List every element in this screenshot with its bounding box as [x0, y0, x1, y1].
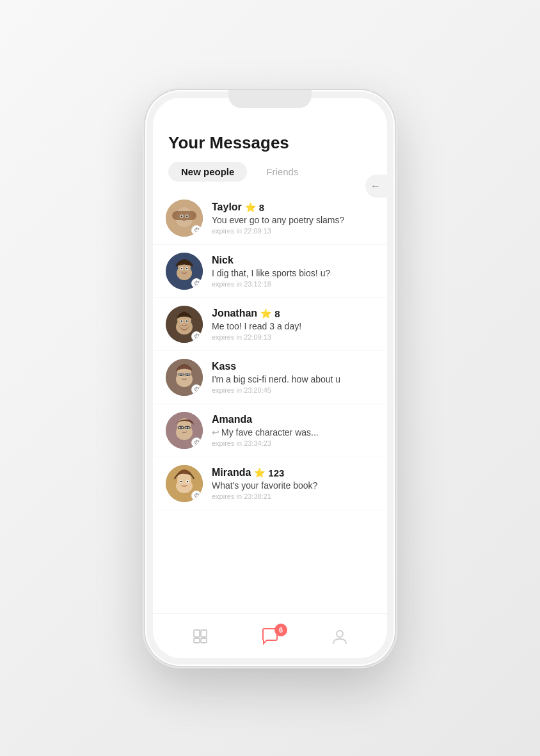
avatar-kass: ⏱ [166, 359, 203, 396]
browse-icon [192, 628, 209, 645]
message-item-jonathan[interactable]: ⏱ Jonathan ⭐ 8 Me too! I read 3 a day! e… [153, 298, 387, 351]
tab-friends[interactable]: Friends [253, 162, 311, 182]
timer-badge-taylor: ⏱ [191, 225, 202, 235]
message-text-miranda: What's your favorite book? [212, 480, 374, 491]
message-content-taylor: Taylor ⭐ 8 You ever go to any poetry sla… [212, 201, 374, 235]
expires-amanda: expires in 23:34:23 [212, 439, 374, 447]
message-item-miranda[interactable]: ⏱ Miranda ⭐ 123 What's your favorite boo… [153, 457, 387, 510]
message-content-miranda: Miranda ⭐ 123 What's your favorite book?… [212, 467, 374, 500]
message-content-nick: Nick I dig that, I like sports bios! u? … [212, 255, 374, 288]
svg-point-13 [181, 268, 183, 270]
svg-rect-53 [194, 638, 200, 643]
avatar-jonathan: ⏱ [166, 306, 203, 343]
name-taylor: Taylor [212, 201, 242, 213]
name-jonathan: Jonathan [212, 308, 257, 319]
name-row-nick: Nick [212, 255, 374, 266]
name-row-miranda: Miranda ⭐ 123 [212, 467, 374, 478]
message-item-nick[interactable]: ⏱ Nick I dig that, I like sports bios! u… [153, 245, 387, 298]
phone-device: ← Your Messages New people Friends [145, 90, 395, 666]
svg-point-55 [337, 631, 343, 637]
avatar-miranda: ⏱ [166, 465, 203, 502]
amanda-text: My fave character was... [221, 427, 319, 437]
screen: ← Your Messages New people Friends [153, 98, 387, 658]
message-text-jonathan: Me too! I read 3 a day! [212, 321, 374, 331]
svg-rect-51 [194, 630, 200, 637]
name-row-amanda: Amanda [212, 414, 374, 425]
svg-rect-43 [186, 427, 189, 427]
message-text-taylor: You ever go to any poetry slams? [212, 215, 374, 225]
tabs-container: New people Friends [168, 162, 372, 182]
name-row-jonathan: Jonathan ⭐ 8 [212, 308, 374, 319]
svg-point-20 [181, 320, 183, 322]
svg-rect-3 [172, 211, 196, 220]
nav-profile[interactable] [319, 623, 361, 650]
svg-point-50 [187, 481, 189, 483]
messages-badge: 6 [274, 624, 287, 636]
message-list: ⏱ Taylor ⭐ 8 You ever go to any poetry s… [153, 192, 387, 613]
timer-badge-kass: ⏱ [191, 384, 202, 395]
star-icon-taylor: ⭐ [245, 202, 256, 212]
timer-badge-amanda: ⏱ [191, 437, 202, 448]
svg-point-14 [186, 268, 188, 270]
nav-messages[interactable]: 6 [248, 622, 292, 650]
name-nick: Nick [212, 255, 234, 266]
message-item-taylor[interactable]: ⏱ Taylor ⭐ 8 You ever go to any poetry s… [153, 192, 387, 245]
message-content-kass: Kass I'm a big sci-fi nerd. how about u … [212, 361, 374, 394]
svg-rect-31 [179, 374, 183, 375]
message-content-jonathan: Jonathan ⭐ 8 Me too! I read 3 a day! exp… [212, 308, 374, 341]
phone-notch [228, 90, 312, 108]
timer-badge-miranda: ⏱ [191, 491, 202, 501]
page-title: Your Messages [168, 133, 372, 153]
name-amanda: Amanda [212, 414, 252, 425]
expires-nick: expires in 23:12:18 [212, 280, 374, 288]
back-arrow-icon: ← [370, 180, 381, 192]
timer-badge-nick: ⏱ [191, 278, 202, 288]
message-item-amanda[interactable]: ⏱ Amanda ↩My fave character was... expir… [153, 404, 387, 457]
phone-wrapper: ← Your Messages New people Friends [0, 0, 540, 756]
expires-jonathan: expires in 22:09:13 [212, 333, 374, 341]
message-text-nick: I dig that, I like sports bios! u? [212, 268, 374, 278]
svg-rect-54 [201, 638, 207, 643]
avatar-amanda: ⏱ [166, 412, 203, 449]
avatar-nick: ⏱ [166, 253, 203, 290]
star-count-taylor: 8 [259, 202, 264, 213]
avatar-taylor: ⏱ [166, 200, 203, 237]
profile-icon [331, 628, 348, 645]
header: Your Messages New people Friends [153, 98, 387, 192]
star-icon-miranda: ⭐ [254, 468, 265, 478]
back-button[interactable]: ← [365, 175, 387, 198]
message-item-kass[interactable]: ⏱ Kass I'm a big sci-fi nerd. how about … [153, 351, 387, 404]
star-count-miranda: 123 [268, 468, 284, 478]
name-row-taylor: Taylor ⭐ 8 [212, 201, 374, 213]
timer-badge-jonathan: ⏱ [191, 331, 202, 342]
svg-point-49 [180, 481, 182, 483]
svg-point-21 [186, 320, 188, 322]
name-kass: Kass [212, 361, 236, 372]
svg-point-6 [181, 216, 183, 217]
reply-icon-amanda: ↩ [212, 427, 219, 437]
message-text-amanda: ↩My fave character was... [212, 427, 374, 437]
name-row-kass: Kass [212, 361, 374, 372]
expires-miranda: expires in 23:38:21 [212, 492, 374, 500]
star-count-jonathan: 8 [274, 308, 280, 319]
nav-browse[interactable] [179, 623, 221, 650]
svg-rect-42 [180, 427, 183, 427]
svg-rect-52 [201, 630, 207, 637]
bottom-nav: 6 [153, 613, 387, 658]
name-miranda: Miranda [212, 467, 251, 478]
expires-taylor: expires in 22:09:13 [212, 227, 374, 235]
tab-new-people[interactable]: New people [168, 162, 247, 182]
message-text-kass: I'm a big sci-fi nerd. how about u [212, 374, 374, 384]
svg-rect-32 [186, 374, 189, 375]
star-icon-jonathan: ⭐ [260, 308, 271, 319]
svg-point-7 [186, 216, 188, 217]
message-content-amanda: Amanda ↩My fave character was... expires… [212, 414, 374, 447]
expires-kass: expires in 23:20:45 [212, 386, 374, 394]
